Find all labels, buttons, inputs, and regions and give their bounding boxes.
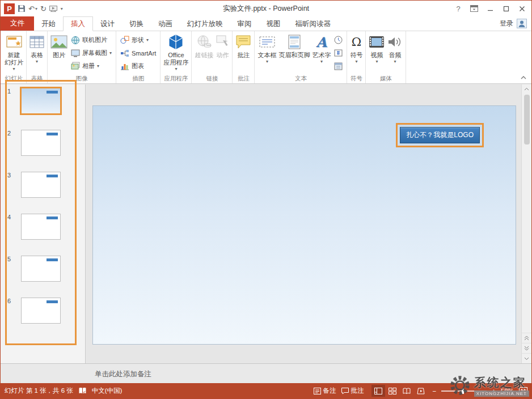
slide-number-button[interactable] — [332, 46, 345, 60]
save-button[interactable] — [18, 5, 26, 12]
audio-button[interactable]: 音频 ▾ — [386, 32, 404, 64]
shapes-button[interactable]: 形状 ▾ — [118, 33, 158, 46]
ribbon-tabs: 文件 开始 插入 设计 切换 动画 幻灯片放映 审阅 视图 福昕阅读器 登录 — [1, 16, 531, 31]
photo-album-button[interactable]: 相册 ▾ — [69, 60, 114, 73]
spellcheck-button[interactable] — [78, 387, 87, 394]
zoom-slider-handle[interactable] — [462, 388, 464, 394]
office-apps-button[interactable]: Office 应用程序 ▾ — [162, 32, 189, 71]
group-apps: Office 应用程序 ▾ 应用程序 — [161, 31, 192, 83]
group-label-media: 媒体 — [368, 74, 404, 83]
chevron-down-icon: ▾ — [320, 59, 323, 64]
user-avatar-icon[interactable] — [517, 19, 527, 28]
slide-canvas[interactable]: 扎心不？我就是LOGO — [92, 105, 516, 345]
sign-in-area: 登录 — [495, 16, 531, 31]
online-pictures-button[interactable]: 联机图片 — [69, 33, 114, 46]
tab-home[interactable]: 开始 — [34, 16, 63, 31]
normal-view-icon — [374, 388, 382, 394]
next-slide-button[interactable] — [522, 343, 531, 353]
normal-view-button[interactable] — [371, 385, 385, 397]
tab-insert[interactable]: 插入 — [63, 16, 93, 31]
minimize-icon — [487, 6, 493, 12]
ribbon-display-options-button[interactable] — [467, 2, 482, 15]
slide-2-thumbnail[interactable] — [21, 130, 61, 156]
header-footer-button[interactable]: 页眉和页脚 — [277, 32, 311, 59]
date-time-button[interactable] — [332, 33, 345, 46]
maximize-button[interactable] — [499, 2, 513, 15]
wordart-button[interactable]: A 艺术字 ▾ — [311, 32, 332, 64]
zoom-slider[interactable] — [441, 390, 487, 392]
zoom-level[interactable]: 58% — [501, 388, 514, 394]
customize-quick-access-button[interactable]: ▾ — [60, 6, 63, 11]
reading-view-button[interactable] — [400, 385, 413, 397]
fit-slide-button[interactable] — [519, 387, 527, 394]
redo-button[interactable]: ↻ — [40, 5, 47, 13]
zoom-out-button[interactable]: − — [433, 388, 437, 394]
textbox-button[interactable]: 文本框 ▾ — [256, 32, 277, 64]
scroll-up-button[interactable] — [522, 84, 531, 94]
slide-3-thumbnail[interactable] — [21, 172, 61, 198]
comments-toggle[interactable]: 批注 — [341, 387, 364, 395]
insert-object-button[interactable] — [332, 60, 345, 73]
table-button[interactable]: 表格 ▾ — [28, 32, 45, 64]
group-media: 视频 ▾ 音频 ▾ 媒体 — [366, 31, 406, 83]
online-pictures-icon — [71, 36, 80, 45]
scroll-down-button[interactable] — [522, 353, 531, 363]
powerpoint-app-icon[interactable]: P — [4, 3, 15, 14]
logo-highlight-annotation: 扎心不？我就是LOGO — [396, 123, 484, 147]
slide-sorter-view-button[interactable] — [386, 385, 399, 397]
notes-toggle[interactable]: 备注 — [314, 387, 336, 395]
tab-animations[interactable]: 动画 — [151, 16, 180, 31]
symbol-button[interactable]: Ω 符号 ▾ — [349, 32, 364, 64]
tab-file[interactable]: 文件 — [1, 16, 34, 31]
close-icon — [519, 6, 525, 12]
slide-4-thumbnail[interactable] — [21, 214, 61, 240]
smartart-button[interactable]: SmartArt — [118, 46, 158, 60]
mini-logo-shape — [47, 258, 58, 261]
close-button[interactable] — [514, 2, 529, 15]
group-label-text: 文本 — [256, 74, 345, 83]
video-button[interactable]: 视频 ▾ — [368, 32, 386, 64]
slide-5-thumbnail[interactable] — [21, 256, 61, 282]
notes-pane[interactable]: 单击此处添加备注 — [1, 363, 531, 384]
textbox-icon — [259, 33, 275, 50]
chevron-up-icon — [520, 75, 527, 80]
wordart-icon: A — [316, 33, 327, 50]
minimize-button[interactable] — [483, 2, 497, 15]
sign-in-link[interactable]: 登录 — [500, 19, 513, 28]
chevron-down-icon: ▾ — [375, 59, 378, 64]
collapse-ribbon-button[interactable] — [520, 74, 527, 82]
slide-1-thumbnail[interactable] — [20, 87, 62, 115]
date-time-icon — [334, 36, 343, 44]
screenshot-button[interactable]: 屏幕截图 ▾ — [69, 46, 114, 60]
start-slideshow-button[interactable] — [49, 6, 57, 12]
undo-dropdown-icon: ▾ — [35, 6, 37, 11]
tab-review[interactable]: 审阅 — [230, 16, 259, 31]
spellcheck-icon — [78, 387, 87, 394]
zoom-in-button[interactable]: + — [492, 388, 496, 394]
chevron-up-icon — [524, 87, 529, 91]
chevron-down-icon: ▾ — [12, 66, 15, 71]
new-slide-button[interactable]: 新建 幻灯片 ▾ — [3, 32, 24, 71]
group-label-slides: 幻灯片 — [3, 74, 24, 83]
group-comments: 批注 批注 — [233, 31, 255, 83]
tab-transitions[interactable]: 切换 — [122, 16, 151, 31]
chart-button[interactable]: 图表 — [118, 60, 158, 73]
undo-button[interactable]: ↶▾ — [28, 5, 37, 13]
mini-logo-shape — [47, 217, 58, 219]
tab-foxit-reader[interactable]: 福昕阅读器 — [288, 16, 339, 31]
logo-shape[interactable]: 扎心不？我就是LOGO — [400, 127, 480, 143]
thumbnail-item-5: 5 — [7, 256, 85, 282]
scrollbar-thumb[interactable] — [524, 95, 530, 145]
comment-button[interactable]: 批注 — [234, 32, 252, 59]
slideshow-view-button[interactable] — [414, 385, 428, 397]
picture-button[interactable]: 图片 — [49, 32, 69, 59]
tab-view[interactable]: 视图 — [259, 16, 288, 31]
comments-icon — [341, 388, 349, 394]
previous-slide-button[interactable] — [522, 333, 531, 343]
slide-6-thumbnail[interactable] — [21, 298, 61, 324]
tab-slideshow[interactable]: 幻灯片放映 — [180, 16, 230, 31]
help-button[interactable]: ? — [451, 2, 466, 15]
office-apps-icon — [167, 33, 184, 50]
language-indicator[interactable]: 中文(中国) — [92, 387, 123, 395]
tab-design[interactable]: 设计 — [93, 16, 122, 31]
